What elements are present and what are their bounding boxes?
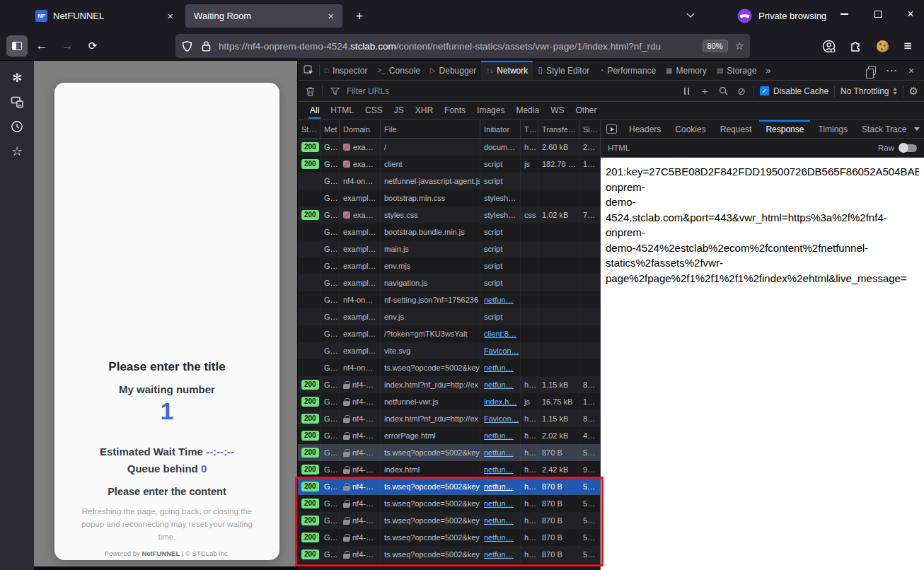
- column-header-transferred[interactable]: Transfe…: [538, 120, 579, 138]
- extensions-button[interactable]: [845, 35, 866, 57]
- tab-close-icon[interactable]: ×: [166, 10, 175, 22]
- network-request-row[interactable]: G…exampl…main.jsscript: [298, 240, 600, 257]
- network-request-row[interactable]: G…exampl…env.mjsscript: [298, 257, 600, 274]
- tab-netfunnel[interactable]: NF NetFUNNEL ×: [28, 4, 182, 28]
- network-request-row[interactable]: 200G…nf4-…ts.wseq?opcode=5002&key=netfun…: [298, 444, 600, 461]
- network-request-row[interactable]: 200G…nf4-…ts.wseq?opcode=5002&key=netfun…: [298, 495, 600, 512]
- devtools-tab-debugger[interactable]: ▷Debugger: [425, 61, 481, 80]
- new-request-button[interactable]: +: [698, 85, 711, 97]
- initiator-link[interactable]: netfun…: [484, 482, 514, 491]
- devtools-tab-style-editor[interactable]: {}Style Editor: [533, 61, 594, 80]
- forward-button[interactable]: →: [56, 35, 79, 57]
- devtools-tab-network[interactable]: ↑↓Network: [481, 61, 533, 80]
- filter-chip-css[interactable]: CSS: [360, 102, 388, 119]
- clear-requests-button[interactable]: [304, 86, 316, 96]
- filter-urls-input[interactable]: Filter URLs: [347, 86, 674, 96]
- initiator-link[interactable]: netfun…: [484, 296, 514, 304]
- column-header-status[interactable]: St…: [298, 120, 320, 138]
- list-all-tabs-button[interactable]: [685, 11, 696, 21]
- column-header-method[interactable]: Met: [320, 120, 340, 138]
- network-request-row[interactable]: G…nf4-on…nf-setting.json?nf=1756236netfu…: [298, 291, 600, 308]
- cookie-extension-button[interactable]: [872, 35, 893, 57]
- column-header-type[interactable]: T…: [521, 120, 538, 138]
- network-request-row[interactable]: G…exampl…vite.svgFavicon…: [298, 342, 600, 359]
- search-button[interactable]: [717, 86, 729, 95]
- filter-chip-js[interactable]: JS: [389, 102, 409, 119]
- checkbox-checked-icon[interactable]: ✓: [760, 86, 769, 95]
- devtools-tab-memory[interactable]: ▦Memory: [661, 61, 712, 80]
- throttling-select[interactable]: No Throttling: [841, 86, 896, 96]
- responsive-mode-button[interactable]: [863, 62, 880, 79]
- network-request-row[interactable]: G…exampl…bootstrap.min.cssstylesh…: [298, 190, 600, 207]
- initiator-link[interactable]: netfun…: [484, 550, 514, 559]
- url-bar[interactable]: https://nf4-onprem-demo-4524.stclab.com/…: [175, 34, 750, 58]
- network-request-row[interactable]: G…nf4-on…ts.wseq?opcode=5002&key=netfun…: [298, 359, 600, 376]
- resend-request-icon[interactable]: [606, 124, 617, 134]
- devtools-tab-console[interactable]: >_Console: [372, 61, 425, 80]
- initiator-link[interactable]: Favicon…: [484, 347, 519, 355]
- network-request-row[interactable]: 200G…exa…/docum…h…2.60 kB2…: [298, 139, 600, 156]
- disable-cache-control[interactable]: ✓ Disable Cache: [760, 86, 828, 96]
- details-tab-request[interactable]: Request: [714, 120, 758, 138]
- initiator-link[interactable]: netfun…: [484, 448, 514, 457]
- initiator-link[interactable]: netfun…: [484, 465, 514, 474]
- filter-chip-all[interactable]: All: [305, 102, 324, 119]
- network-request-row[interactable]: 200G…exa…clientscriptjs182.78 …1…: [298, 156, 600, 173]
- network-request-row[interactable]: 200G…nf4-…index.html?nf_rdu=http://exnet…: [298, 376, 600, 393]
- network-request-row[interactable]: 200G…nf4-…errorPage.htmlnetfun…h…2.02 kB…: [298, 427, 600, 444]
- network-request-row[interactable]: G…nf4-on…netfunnel-javascript-agent.jssc…: [298, 173, 600, 190]
- more-tabs-icon[interactable]: »: [761, 65, 775, 76]
- ai-chatbot-button[interactable]: ✻: [0, 68, 34, 88]
- network-request-row[interactable]: G…exampl…navigation.jsscript: [298, 274, 600, 291]
- details-tab-stack-trace[interactable]: Stack Trace: [855, 120, 913, 138]
- initiator-link[interactable]: netfun…: [484, 516, 514, 525]
- window-close-button[interactable]: ×: [900, 0, 921, 28]
- network-request-row[interactable]: 200G…nf4-…ts.wseq?opcode=5002&key=netfun…: [298, 529, 600, 546]
- column-header-file[interactable]: File: [381, 120, 480, 138]
- initiator-link[interactable]: index.h…: [484, 397, 516, 406]
- details-dropdown-icon[interactable]: [914, 127, 920, 131]
- details-tab-cookies[interactable]: Cookies: [669, 120, 712, 138]
- initiator-link[interactable]: netfun…: [484, 499, 514, 508]
- filter-chip-other[interactable]: Other: [570, 102, 601, 119]
- column-header-initiator[interactable]: Initiator: [480, 120, 521, 138]
- tab-close-icon[interactable]: ×: [326, 10, 335, 22]
- devtools-close-button[interactable]: ×: [903, 62, 920, 79]
- raw-toggle-switch[interactable]: [899, 144, 917, 152]
- column-header-size[interactable]: Si…: [579, 120, 601, 138]
- initiator-link[interactable]: netfun…: [484, 431, 514, 440]
- details-tab-headers[interactable]: Headers: [623, 120, 667, 138]
- network-request-row[interactable]: G…exampl…bootstrap.bundle.min.jsscript: [298, 223, 600, 240]
- bookmarks-button[interactable]: ☆: [0, 141, 34, 161]
- zoom-level-badge[interactable]: 80%: [703, 40, 728, 52]
- filter-chip-fonts[interactable]: Fonts: [439, 102, 470, 119]
- network-request-row[interactable]: G…exampl…/?token=gmTKU3wsYaltclient:8…: [298, 325, 600, 342]
- filter-chip-xhr[interactable]: XHR: [410, 102, 438, 119]
- devtools-tab-inspector[interactable]: □Inspector: [320, 61, 372, 80]
- new-tab-button[interactable]: +: [350, 7, 369, 25]
- bookmark-star-icon[interactable]: ☆: [735, 40, 744, 52]
- initiator-link[interactable]: Favicon…: [484, 414, 519, 423]
- filter-chip-images[interactable]: Images: [472, 102, 509, 119]
- network-settings-button[interactable]: ⚙: [909, 85, 918, 98]
- devtools-tab-storage[interactable]: ▤Storage: [712, 61, 761, 80]
- filter-chip-media[interactable]: Media: [511, 102, 544, 119]
- initiator-link[interactable]: netfun…: [484, 363, 514, 372]
- synced-tabs-button[interactable]: [0, 92, 34, 112]
- details-tab-response[interactable]: Response: [759, 120, 810, 138]
- sidebar-toggle-button[interactable]: [6, 35, 28, 57]
- network-request-row[interactable]: G…exampl…env.jsscript: [298, 308, 600, 325]
- account-button[interactable]: [818, 35, 839, 57]
- pause-log-button[interactable]: [680, 88, 693, 95]
- column-header-domain[interactable]: Domain: [340, 120, 381, 138]
- devtools-tab-performance[interactable]: ◔Performance: [594, 61, 661, 80]
- filter-chip-html[interactable]: HTML: [325, 102, 359, 119]
- network-request-row[interactable]: 200G…nf4-…index.html?nf_rdu=http://exFav…: [298, 410, 600, 427]
- details-tab-timings[interactable]: Timings: [812, 120, 854, 138]
- network-request-row[interactable]: 200G…nf4-…ts.wseq?opcode=5002&key=netfun…: [298, 478, 600, 495]
- filter-chip-ws[interactable]: WS: [545, 102, 569, 119]
- tab-waiting-room[interactable]: Waiting Room ×: [185, 4, 342, 28]
- block-requests-button[interactable]: ⊘: [735, 86, 748, 97]
- network-request-row[interactable]: 200G…nf4-…index.htmlnetfun…h…2.42 kB9…: [298, 461, 600, 478]
- raw-toggle-control[interactable]: Raw: [878, 144, 917, 152]
